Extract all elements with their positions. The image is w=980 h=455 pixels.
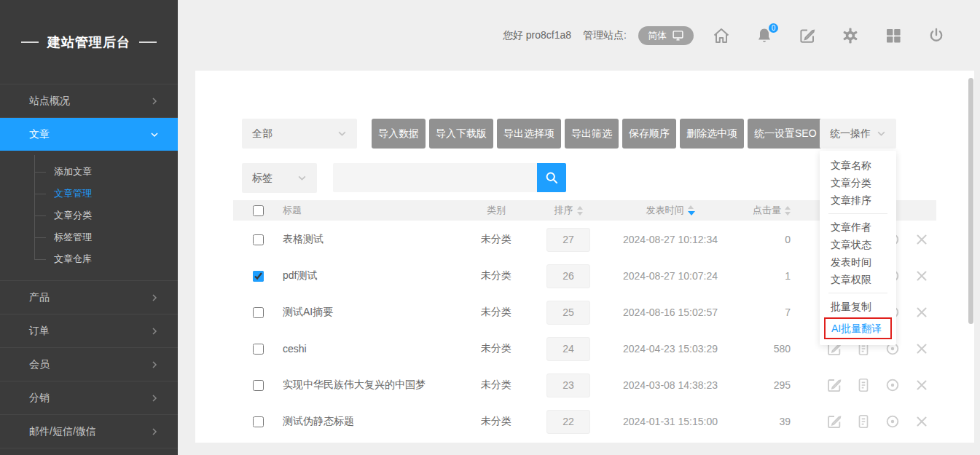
view-icon[interactable] <box>884 413 901 430</box>
apps-grid-icon[interactable] <box>885 27 902 44</box>
chevron-down-icon <box>297 173 307 183</box>
sidebar-item-products[interactable]: 产品 <box>0 280 178 314</box>
import-data-button[interactable]: 导入数据 <box>372 119 426 149</box>
sidebar-item-label: 会员 <box>29 358 50 371</box>
row-checkbox[interactable] <box>253 234 264 245</box>
delete-icon[interactable] <box>913 413 930 430</box>
article-title[interactable]: 测试伪静态标题 <box>283 415 354 428</box>
sort-value-box[interactable]: 22 <box>546 410 590 434</box>
chevron-right-icon <box>150 394 159 403</box>
home-icon[interactable] <box>713 27 730 44</box>
export-selected-button[interactable]: 导出选择项 <box>497 119 561 149</box>
edit-icon[interactable] <box>826 413 843 430</box>
row-checkbox[interactable] <box>253 416 264 427</box>
language-site-pill[interactable]: 简体 <box>638 26 694 45</box>
row-checkbox[interactable] <box>253 271 264 282</box>
copy-icon[interactable] <box>855 413 872 430</box>
sidebar-item-members[interactable]: 会员 <box>0 347 178 381</box>
sidebar-item-article-management[interactable]: 文章管理 <box>0 183 178 205</box>
col-clicks[interactable]: 点击量 <box>718 200 791 221</box>
row-checkbox[interactable] <box>253 380 264 391</box>
sort-value-box[interactable]: 24 <box>546 337 590 361</box>
delete-icon[interactable] <box>913 304 930 321</box>
sort-value-box[interactable]: 23 <box>546 373 590 397</box>
power-icon[interactable] <box>928 27 945 44</box>
sort-value-box[interactable]: 25 <box>546 301 590 325</box>
batch-operation-dropdown[interactable]: 统一操作 <box>820 119 896 149</box>
sub-item-label: 文章分类 <box>54 209 92 222</box>
menu-item-article-author[interactable]: 文章作者 <box>820 218 896 236</box>
col-sort[interactable]: 排序 <box>546 200 590 221</box>
article-title[interactable]: 测试AI摘要 <box>283 306 333 319</box>
menu-item-article-name[interactable]: 文章名称 <box>820 157 896 174</box>
header-icon-group: 0 <box>713 27 945 44</box>
menu-item-batch-copy[interactable]: 批量复制 <box>820 298 896 315</box>
menu-item-article-sort[interactable]: 文章排序 <box>820 191 896 209</box>
menu-item-article-status[interactable]: 文章状态 <box>820 236 896 253</box>
export-filtered-button[interactable]: 导出筛选 <box>565 119 619 149</box>
menu-item-ai-batch-translate[interactable]: AI批量翻译 <box>824 317 892 339</box>
vertical-scrollbar[interactable] <box>968 78 973 324</box>
sidebar-item-distribution[interactable]: 分销 <box>0 381 178 414</box>
sidebar-item-articles[interactable]: 文章 <box>0 117 178 151</box>
col-category: 类别 <box>487 204 506 217</box>
sidebar-item-article-category[interactable]: 文章分类 <box>0 205 178 226</box>
bulk-action-buttons: 导入数据 导入下载版 导出选择项 导出筛选 保存顺序 删除选中项 统一设置SEO <box>372 119 823 149</box>
article-title[interactable]: 实现中华民族伟大复兴的中国梦 <box>283 379 426 392</box>
row-checkbox[interactable] <box>253 344 264 355</box>
sidebar-item-site-overview[interactable]: 站点概况 <box>0 84 178 117</box>
sidebar-item-label: 产品 <box>29 291 50 304</box>
menu-item-publish-time[interactable]: 发表时间 <box>820 253 896 271</box>
sort-value-box[interactable]: 26 <box>546 264 590 288</box>
search-input[interactable] <box>333 163 537 192</box>
article-title[interactable]: 表格测试 <box>283 233 324 246</box>
tag-filter-value: 标签 <box>252 172 273 185</box>
bell-icon[interactable]: 0 <box>756 27 773 44</box>
sidebar-item-tag-management[interactable]: 标签管理 <box>0 226 178 248</box>
sort-value-box[interactable]: 27 <box>546 228 590 252</box>
category-filter-dropdown[interactable]: 全部 <box>242 119 357 149</box>
copy-icon[interactable] <box>855 376 872 394</box>
menu-item-article-permission[interactable]: 文章权限 <box>820 271 896 288</box>
view-icon[interactable] <box>884 376 901 394</box>
article-title[interactable]: ceshi <box>283 343 307 355</box>
sidebar-item-mail-sms-wechat[interactable]: 邮件/短信/微信 <box>0 414 178 448</box>
select-all-checkbox[interactable] <box>253 205 264 216</box>
edit-icon[interactable] <box>799 27 816 44</box>
sidebar-item-article-warehouse[interactable]: 文章仓库 <box>0 248 178 270</box>
seo-settings-button[interactable]: 统一设置SEO <box>748 119 823 149</box>
sub-item-label: 文章管理 <box>54 187 92 200</box>
tag-filter-dropdown[interactable]: 标签 <box>242 163 317 193</box>
sidebar-item-orders[interactable]: 订单 <box>0 314 178 347</box>
col-publish-time[interactable]: 发表时间 <box>612 200 729 221</box>
batch-operation-value: 统一操作 <box>830 127 871 141</box>
sidebar: 建站管理后台 站点概况 文章 添加文章 文章管理 文章分类 标签管理 文章仓库 … <box>0 0 178 455</box>
menu-divider <box>828 293 887 293</box>
publish-time: 2024-08-16 15:02:57 <box>623 306 718 318</box>
edit-icon[interactable] <box>826 376 843 394</box>
delete-selected-button[interactable]: 删除选中项 <box>680 119 744 149</box>
click-count: 0 <box>785 234 791 245</box>
row-checkbox[interactable] <box>253 307 264 318</box>
col-title: 标题 <box>283 204 302 217</box>
gear-icon[interactable] <box>842 27 859 44</box>
search-button[interactable] <box>537 163 566 192</box>
publish-time: 2024-01-31 15:15:00 <box>623 416 718 427</box>
title-dash-right <box>139 41 157 43</box>
save-order-button[interactable]: 保存顺序 <box>622 119 676 149</box>
click-count: 295 <box>774 379 791 391</box>
sidebar-item-add-article[interactable]: 添加文章 <box>0 161 178 183</box>
delete-icon[interactable] <box>913 231 930 248</box>
delete-icon[interactable] <box>913 267 930 285</box>
sub-item-label: 文章仓库 <box>54 253 92 266</box>
article-title[interactable]: pdf测试 <box>283 269 317 282</box>
article-category: 未分类 <box>481 269 511 282</box>
click-count: 39 <box>779 416 791 427</box>
import-download-button[interactable]: 导入下载版 <box>429 119 493 149</box>
menu-item-article-category[interactable]: 文章分类 <box>820 174 896 191</box>
delete-icon[interactable] <box>913 340 930 357</box>
delete-icon[interactable] <box>913 376 930 394</box>
sort-arrows-icon <box>688 205 695 215</box>
app-title: 建站管理后台 <box>0 0 178 84</box>
article-category: 未分类 <box>481 342 511 355</box>
